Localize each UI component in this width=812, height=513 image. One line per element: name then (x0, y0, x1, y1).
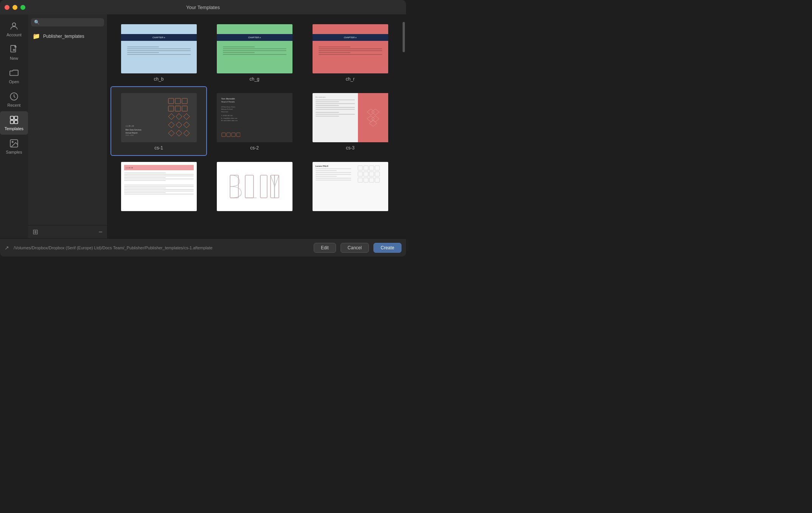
scrollbar-track[interactable] (401, 14, 406, 238)
svg-rect-56 (375, 178, 380, 182)
template-cell-row3-2[interactable] (207, 156, 302, 219)
edit-button[interactable]: Edit (314, 243, 336, 253)
template-thumbnail-cs-3: blim customers (313, 93, 388, 142)
svg-rect-38 (260, 175, 267, 198)
template-thumbnail-ch-b: CHAPTER n (121, 24, 197, 73)
svg-rect-26 (222, 133, 226, 137)
svg-rect-29 (236, 133, 240, 137)
sidebar-item-label: Open (9, 79, 19, 84)
svg-rect-15 (175, 106, 180, 111)
template-cell-ch-g[interactable]: CHAPTER n ch_g (207, 18, 302, 86)
template-thumbnail-row3-2 (217, 162, 292, 211)
template-thumbnail-row3-1: ⬡⬡ B L M (121, 162, 197, 211)
template-thumbnail-ch-g: CHAPTER n (217, 24, 292, 73)
cancel-button[interactable]: Cancel (341, 243, 369, 253)
templates-icon (9, 115, 19, 125)
svg-rect-40 (274, 175, 275, 198)
folder-icon (9, 68, 19, 78)
template-cell-row3-3[interactable]: Lucens ITALIC (303, 156, 398, 219)
sidebar-item-label: Samples (6, 150, 22, 154)
template-cell-ch-b[interactable]: CHAPTER n ch_b (111, 18, 206, 86)
svg-rect-16 (182, 106, 187, 111)
svg-rect-13 (182, 98, 187, 104)
folder-item[interactable]: 📁 Publisher_templates (28, 30, 107, 42)
svg-rect-6 (14, 116, 18, 120)
template-thumbnail-row3-3: Lucens ITALIC (313, 162, 388, 211)
svg-point-0 (12, 23, 16, 26)
template-name-ch-b: ch_b (154, 76, 163, 82)
template-thumbnail-cs-2: Tom Meredith Head of Penalto 20 New Dove… (217, 93, 292, 142)
sidebar-item-label: Templates (5, 126, 23, 131)
svg-rect-28 (232, 133, 235, 137)
template-name-ch-r: ch_r (346, 76, 355, 82)
svg-marker-34 (369, 120, 377, 126)
sidebar-item-new[interactable]: New (0, 41, 28, 64)
template-grid: CHAPTER n ch_b CHAPTER n (111, 18, 398, 219)
sidebar-item-templates[interactable]: Templates (0, 111, 28, 135)
path-icon: ↗ (5, 245, 9, 251)
sidebar-item-label: Account (6, 33, 22, 37)
add-folder-button[interactable]: ⊞ (33, 229, 38, 235)
svg-rect-27 (227, 133, 230, 137)
sidebar-item-samples[interactable]: Samples (0, 135, 28, 158)
svg-marker-19 (184, 113, 190, 120)
remove-folder-button[interactable]: − (98, 229, 103, 235)
close-button[interactable] (5, 5, 9, 10)
svg-rect-12 (175, 98, 180, 104)
template-name-cs-2: cs-2 (250, 145, 259, 151)
folder-name: Publisher_templates (43, 34, 84, 39)
window-title: Your Templates (186, 5, 220, 10)
svg-marker-30 (367, 109, 375, 115)
template-cell-ch-r[interactable]: CHAPTER n ch_r (303, 18, 398, 86)
svg-marker-24 (176, 130, 182, 136)
template-cell-cs-2[interactable]: Tom Meredith Head of Penalto 20 New Dove… (207, 87, 302, 155)
svg-rect-53 (358, 178, 362, 182)
bottom-bar: ↗ /Volumes/Dropbox/Dropbox (Serif (Europ… (0, 238, 406, 256)
file-panel-footer: ⊞ − (28, 225, 107, 238)
scrollbar-thumb[interactable] (403, 22, 405, 52)
search-bar[interactable]: 🔍 (31, 18, 104, 26)
search-icon: 🔍 (34, 20, 40, 25)
plus-doc-icon (9, 45, 19, 54)
svg-rect-46 (364, 166, 368, 170)
content-area[interactable]: CHAPTER n ch_b CHAPTER n (107, 14, 401, 238)
svg-marker-32 (372, 109, 379, 115)
template-cell-cs-1[interactable]: ⬡⬡ B L M Blim Data Services Annual Repor… (111, 87, 206, 155)
template-cell-cs-3[interactable]: blim customers (303, 87, 398, 155)
sidebar-item-account[interactable]: Account (0, 17, 28, 41)
sidebar-item-open[interactable]: Open (0, 64, 28, 88)
svg-rect-48 (375, 166, 380, 170)
sidebar-item-recent[interactable]: Recent (0, 88, 28, 111)
svg-point-10 (12, 141, 13, 143)
svg-marker-17 (168, 113, 174, 120)
add-icon: ⊞ (33, 228, 38, 236)
svg-rect-50 (364, 172, 368, 176)
template-thumbnail-cs-1: ⬡⬡ B L M Blim Data Services Annual Repor… (121, 93, 197, 142)
template-cell-row3-1[interactable]: ⬡⬡ B L M (111, 156, 206, 219)
minimize-button[interactable] (12, 5, 17, 10)
svg-marker-31 (367, 116, 375, 122)
svg-rect-7 (10, 120, 14, 124)
svg-rect-11 (168, 98, 174, 104)
svg-rect-42 (245, 175, 254, 198)
folder-blue-icon: 📁 (33, 33, 40, 40)
svg-rect-49 (358, 172, 362, 176)
template-name-cs-1: cs-1 (154, 145, 163, 151)
svg-rect-45 (358, 166, 362, 170)
svg-rect-54 (364, 178, 368, 182)
template-thumbnail-ch-r: CHAPTER n (313, 24, 388, 73)
search-input[interactable] (42, 20, 101, 25)
create-button[interactable]: Create (373, 243, 401, 253)
clock-icon (9, 92, 19, 101)
svg-rect-36 (245, 175, 254, 198)
svg-marker-33 (372, 116, 379, 122)
svg-rect-52 (375, 172, 380, 176)
template-name-cs-3: cs-3 (346, 145, 355, 151)
svg-rect-55 (369, 178, 374, 182)
fullscreen-button[interactable] (20, 5, 25, 10)
svg-rect-51 (369, 172, 374, 176)
minus-icon: − (98, 228, 103, 236)
sidebar-item-label: New (10, 56, 18, 61)
svg-rect-5 (10, 116, 14, 120)
template-name-ch-g: ch_g (249, 76, 259, 82)
